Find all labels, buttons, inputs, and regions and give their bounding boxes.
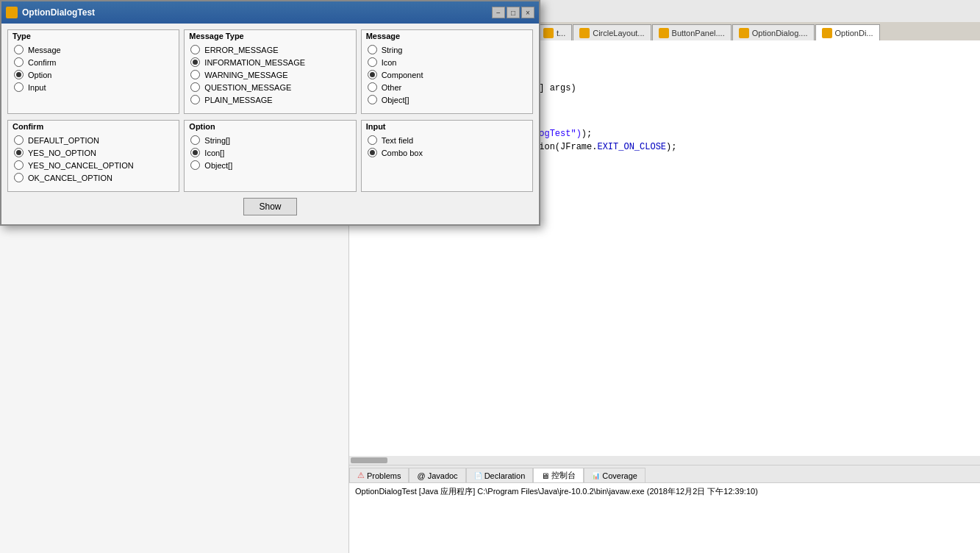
msgtype-option-warning[interactable]: WARNING_MESSAGE	[190, 70, 349, 79]
type-option-confirm[interactable]: Confirm	[14, 57, 173, 67]
scroll-thumb[interactable]	[351, 457, 387, 463]
radio-label-confirm: Confirm	[28, 58, 57, 67]
minimize-button[interactable]: −	[492, 7, 505, 18]
tab-icon	[659, 28, 669, 38]
radio-default-option[interactable]	[14, 135, 24, 145]
radio-yesno[interactable]	[14, 148, 24, 157]
option-panel-content: String[] Icon[] Object[]	[185, 132, 355, 179]
close-button[interactable]: ×	[521, 7, 534, 18]
radio-okcancel[interactable]	[14, 173, 24, 182]
dialog-body: Type Message Confirm Option	[1, 24, 539, 224]
console-output: OptionDialogTest [Java 应用程序] C:\Program …	[349, 483, 980, 553]
radio-plain[interactable]	[190, 95, 200, 104]
console-icon: 🖥	[541, 471, 549, 480]
msgtype-option-error[interactable]: ERROR_MESSAGE	[190, 45, 349, 54]
input-panel: Input Text field Combo box	[361, 120, 533, 192]
radio-input-type[interactable]	[14, 82, 24, 92]
msgtype-option-question[interactable]: QUESTION_MESSAGE	[190, 82, 349, 92]
radio-message[interactable]	[14, 45, 24, 54]
dialog-title: OptionDialogTest	[6, 7, 95, 18]
radio-icon[interactable]	[368, 57, 377, 67]
tab-buttonpanel[interactable]: ButtonPanel....	[652, 24, 732, 40]
radio-yesnocancel[interactable]	[14, 160, 24, 170]
radio-label-yesno: YES_NO_OPTION	[28, 149, 96, 157]
radio-label-other: Other	[382, 83, 402, 92]
option-objectarr[interactable]: Object[]	[190, 160, 349, 170]
radio-component[interactable]	[368, 70, 377, 79]
option-stringarray[interactable]: String[]	[190, 135, 349, 145]
confirm-yesnocancel[interactable]: YES_NO_CANCEL_OPTION	[14, 160, 173, 170]
type-panel-content: Message Confirm Option Input	[8, 42, 179, 101]
radio-stringarray[interactable]	[190, 135, 200, 145]
type-option-option[interactable]: Option	[14, 70, 173, 79]
tab-label: CircleLayout...	[593, 29, 644, 38]
tab-declaration[interactable]: 📄 Declaration	[466, 468, 534, 482]
confirm-default[interactable]: DEFAULT_OPTION	[14, 135, 173, 145]
radio-warning[interactable]	[190, 70, 200, 79]
radio-question[interactable]	[190, 82, 200, 92]
bottom-panels: Confirm DEFAULT_OPTION YES_NO_OPTION YES…	[7, 120, 533, 192]
radio-combobox[interactable]	[368, 148, 377, 157]
input-textfield[interactable]: Text field	[368, 135, 526, 145]
radio-information[interactable]	[190, 57, 200, 67]
type-option-input[interactable]: Input	[14, 82, 173, 92]
show-button[interactable]: Show	[243, 198, 296, 215]
input-combobox[interactable]: Combo box	[368, 148, 526, 157]
type-option-message[interactable]: Message	[14, 45, 173, 54]
msg-option-other[interactable]: Other	[368, 82, 526, 92]
confirm-okcancel[interactable]: OK_CANCEL_OPTION	[14, 173, 173, 182]
radio-label-error: ERROR_MESSAGE	[204, 46, 278, 54]
msgtype-option-plain[interactable]: PLAIN_MESSAGE	[190, 95, 349, 104]
radio-label-string: String	[382, 46, 403, 54]
radio-label-okcancel: OK_CANCEL_OPTION	[28, 174, 112, 182]
message-type-panel-content: ERROR_MESSAGE INFORMATION_MESSAGE WARNIN…	[185, 42, 355, 113]
dialog-title-icon	[6, 7, 18, 18]
radio-label-objectarray: Object[]	[382, 96, 409, 104]
radio-iconarray[interactable]	[190, 148, 200, 157]
radio-objectarr[interactable]	[190, 160, 200, 170]
msg-option-component[interactable]: Component	[368, 70, 526, 79]
type-panel-title: Type	[8, 30, 179, 42]
radio-label-default: DEFAULT_OPTION	[28, 136, 99, 145]
input-panel-title: Input	[362, 121, 532, 132]
msg-option-string[interactable]: String	[368, 45, 526, 54]
radio-label-message: Message	[28, 46, 61, 54]
option-iconarray[interactable]: Icon[]	[190, 148, 349, 157]
message-panel: Message String Icon Component	[361, 29, 533, 114]
radio-string[interactable]	[368, 45, 377, 54]
tab-circlelayout[interactable]: CircleLayout...	[573, 24, 651, 40]
tab-optiondialog[interactable]: OptionDialog....	[732, 24, 815, 40]
confirm-panel-title: Confirm	[8, 121, 179, 132]
tab-label: ButtonPanel....	[672, 29, 725, 38]
maximize-button[interactable]: □	[507, 7, 520, 18]
msg-option-objectarray[interactable]: Object[]	[368, 95, 526, 104]
radio-objectarray[interactable]	[368, 95, 377, 104]
javadoc-icon: @	[417, 471, 425, 480]
tab-javadoc[interactable]: @ Javadoc	[409, 468, 465, 482]
show-button-area: Show	[7, 198, 533, 218]
radio-label-textfield: Text field	[382, 136, 413, 145]
radio-confirm[interactable]	[14, 57, 24, 67]
radio-label-option: Option	[28, 71, 51, 79]
option-panel-title: Option	[185, 121, 355, 132]
confirm-yesno[interactable]: YES_NO_OPTION	[14, 148, 173, 157]
msg-option-icon[interactable]: Icon	[368, 57, 526, 67]
tab-problems[interactable]: ⚠ Problems	[349, 468, 409, 482]
horizontal-scrollbar[interactable]	[349, 456, 980, 465]
coverage-icon: 📊	[592, 472, 600, 479]
tab-optiondialogtest[interactable]: OptionDi...	[815, 24, 880, 40]
radio-other[interactable]	[368, 82, 377, 92]
radio-textfield[interactable]	[368, 135, 377, 145]
tab-coverage[interactable]: 📊 Coverage	[584, 468, 645, 482]
tab-console[interactable]: 🖥 控制台	[533, 468, 584, 482]
tab-t[interactable]: t...	[537, 24, 572, 40]
radio-option[interactable]	[14, 70, 24, 79]
msgtype-option-information[interactable]: INFORMATION_MESSAGE	[190, 57, 349, 67]
radio-label-objectarr: Object[]	[204, 161, 232, 170]
problems-icon: ⚠	[357, 471, 365, 480]
tab-icon	[739, 28, 749, 38]
dialog-title-text: OptionDialogTest	[22, 7, 95, 18]
tab-problems-label: Problems	[367, 471, 401, 480]
tab-icon	[543, 28, 554, 38]
radio-error[interactable]	[190, 45, 200, 54]
